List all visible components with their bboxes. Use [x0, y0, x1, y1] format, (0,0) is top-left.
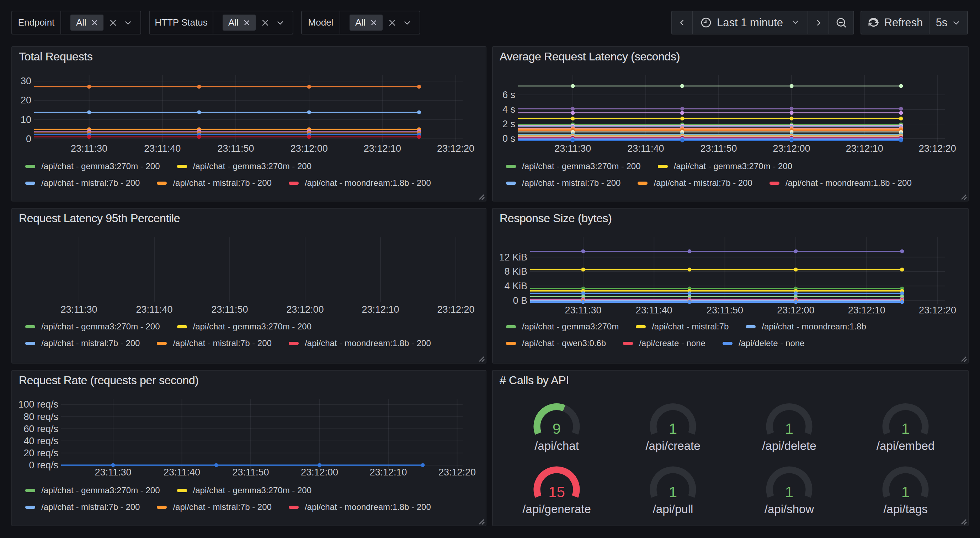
svg-text:23:11:50: 23:11:50 — [232, 467, 269, 478]
svg-text:4 KiB: 4 KiB — [504, 281, 527, 291]
svg-text:23:11:30: 23:11:30 — [60, 304, 97, 315]
svg-text:23:12:20: 23:12:20 — [437, 304, 474, 315]
svg-text:23:12:00: 23:12:00 — [301, 467, 338, 478]
svg-text:8 KiB: 8 KiB — [504, 266, 527, 277]
svg-text:23:12:20: 23:12:20 — [438, 467, 476, 478]
svg-text:1: 1 — [901, 421, 910, 437]
svg-text:/api/generate: /api/generate — [522, 503, 591, 516]
svg-text:20 req/s: 20 req/s — [24, 448, 58, 459]
svg-text:1: 1 — [669, 484, 677, 500]
svg-text:23:11:50: 23:11:50 — [706, 305, 743, 316]
svg-text:40 req/s: 40 req/s — [24, 436, 58, 446]
svg-text:23:11:50: 23:11:50 — [700, 143, 737, 154]
svg-text:9: 9 — [553, 421, 561, 437]
svg-text:60 req/s: 60 req/s — [24, 424, 58, 434]
svg-text:1: 1 — [785, 421, 793, 437]
svg-text:0 s: 0 s — [503, 133, 515, 144]
svg-text:23:12:10: 23:12:10 — [369, 467, 407, 478]
svg-text:/api/delete: /api/delete — [762, 439, 816, 452]
svg-text:0 req/s: 0 req/s — [29, 460, 58, 470]
svg-text:23:12:10: 23:12:10 — [362, 304, 399, 315]
svg-text:12 KiB: 12 KiB — [499, 252, 527, 263]
svg-text:/api/pull: /api/pull — [653, 503, 694, 516]
svg-text:23:12:20: 23:12:20 — [437, 143, 474, 154]
svg-text:1: 1 — [669, 421, 677, 437]
svg-text:23:11:30: 23:11:30 — [565, 305, 601, 316]
svg-text:0: 0 — [26, 133, 31, 144]
svg-text:23:11:40: 23:11:40 — [164, 467, 200, 478]
svg-text:/api/tags: /api/tags — [883, 503, 928, 516]
svg-text:23:12:20: 23:12:20 — [919, 143, 956, 154]
svg-text:23:11:40: 23:11:40 — [136, 304, 172, 315]
svg-text:23:12:00: 23:12:00 — [773, 143, 810, 154]
svg-text:23:12:00: 23:12:00 — [286, 304, 324, 315]
svg-text:80 req/s: 80 req/s — [24, 411, 58, 422]
svg-text:23:12:00: 23:12:00 — [777, 305, 814, 316]
svg-text:/api/show: /api/show — [765, 503, 814, 516]
svg-text:10: 10 — [21, 114, 31, 125]
svg-text:/api/chat: /api/chat — [535, 439, 579, 452]
svg-text:23:11:50: 23:11:50 — [211, 304, 248, 315]
svg-text:6 s: 6 s — [503, 90, 515, 100]
svg-text:23:12:10: 23:12:10 — [364, 143, 401, 154]
svg-text:23:11:30: 23:11:30 — [71, 143, 107, 154]
svg-text:100 req/s: 100 req/s — [18, 399, 58, 410]
svg-text:23:11:40: 23:11:40 — [627, 143, 664, 154]
svg-text:23:11:30: 23:11:30 — [554, 143, 591, 154]
svg-text:30: 30 — [21, 76, 31, 86]
svg-text:23:12:10: 23:12:10 — [848, 305, 885, 316]
svg-text:23:11:50: 23:11:50 — [217, 143, 254, 154]
svg-text:1: 1 — [785, 484, 793, 500]
svg-text:23:12:00: 23:12:00 — [291, 143, 328, 154]
svg-text:20: 20 — [21, 95, 31, 106]
svg-text:23:11:40: 23:11:40 — [636, 305, 672, 316]
svg-text:1: 1 — [901, 484, 910, 500]
svg-text:15: 15 — [548, 484, 565, 500]
svg-text:23:11:30: 23:11:30 — [95, 467, 131, 478]
svg-text:0 B: 0 B — [513, 295, 527, 306]
svg-text:/api/embed: /api/embed — [877, 439, 934, 452]
svg-text:4 s: 4 s — [503, 104, 515, 115]
svg-text:23:12:20: 23:12:20 — [919, 305, 956, 316]
svg-text:2 s: 2 s — [503, 119, 515, 129]
svg-text:/api/create: /api/create — [645, 439, 700, 452]
svg-text:23:12:10: 23:12:10 — [846, 143, 883, 154]
svg-text:23:11:40: 23:11:40 — [144, 143, 181, 154]
